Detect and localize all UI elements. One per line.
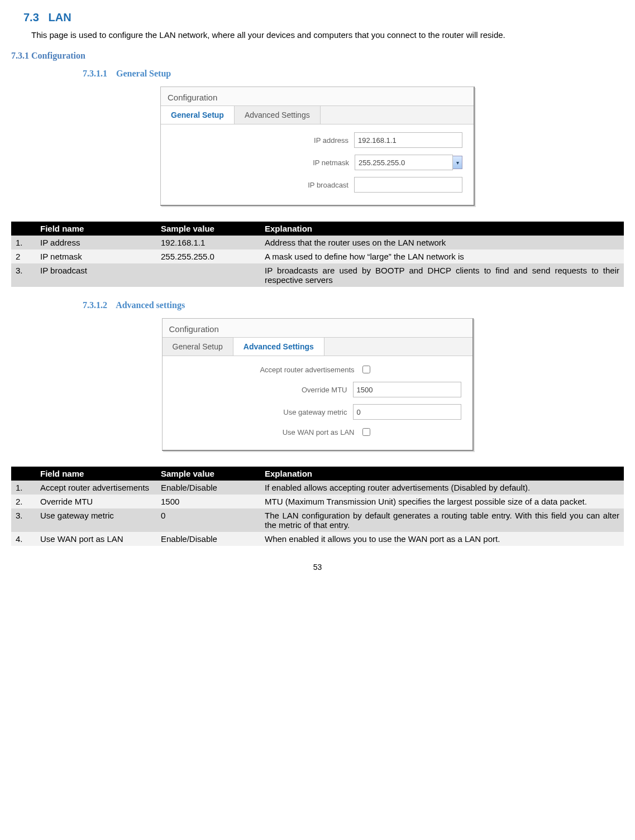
table-row: 2. Override MTU 1500 MTU (Maximum Transm… [11, 495, 624, 508]
label-ip-netmask: IP netmask [313, 159, 349, 167]
input-ip-address[interactable] [354, 132, 462, 148]
cell-name: Accept router advertisements [36, 481, 156, 495]
table-row: 4. Use WAN port as LAN Enable/Disable Wh… [11, 532, 624, 546]
heading-7-3: 7.3 LAN [23, 11, 624, 24]
table-row: 3. IP broadcast IP broadcasts are used b… [11, 263, 624, 287]
input-override-mtu[interactable] [353, 382, 461, 397]
heading-7-3-1-1: 7.3.1.1 General Setup [83, 69, 624, 79]
input-ip-broadcast[interactable] [354, 177, 462, 193]
table-row: 1. Accept router advertisements Enable/D… [11, 481, 624, 495]
cell-val: 255.255.255.0 [156, 249, 260, 263]
label-override-mtu: Override MTU [302, 386, 347, 394]
cell-val: 0 [156, 508, 260, 532]
table1-header-exp: Explanation [260, 222, 624, 236]
tab-general-setup[interactable]: General Setup [161, 106, 235, 124]
cell-val: 1500 [156, 495, 260, 508]
cell-num: 2. [11, 495, 36, 508]
label-wan-as-lan: Use WAN port as LAN [283, 428, 355, 436]
cell-num: 1. [11, 481, 36, 495]
cell-num: 2 [11, 249, 36, 263]
cell-num: 3. [11, 508, 36, 532]
cell-exp: When enabled it allows you to use the WA… [260, 532, 624, 546]
figure2-header: Configuration [163, 319, 472, 337]
cell-num: 3. [11, 263, 36, 287]
heading-7-3-num: 7.3 [23, 11, 39, 23]
cell-val [156, 263, 260, 287]
cell-num: 1. [11, 236, 36, 249]
cell-name: Override MTU [36, 495, 156, 508]
heading-7-3-title: LAN [48, 11, 71, 23]
heading-7-3-1: 7.3.1 Configuration [11, 51, 624, 61]
heading-7-3-1-2-title: Advanced settings [116, 300, 185, 310]
table1-header-val: Sample value [156, 222, 260, 236]
table-row: 2 IP netmask 255.255.255.0 A mask used t… [11, 249, 624, 263]
table-advanced-settings: Field name Sample value Explanation 1. A… [11, 467, 624, 546]
heading-7-3-1-2-num: 7.3.1.2 [83, 300, 107, 310]
heading-7-3-1-1-num: 7.3.1.1 [83, 69, 107, 78]
checkbox-wan-as-lan[interactable] [362, 428, 370, 436]
figure1-tabbar: General Setup Advanced Settings [161, 105, 474, 124]
table2-header-num [11, 467, 36, 481]
cell-exp: Address that the router uses on the LAN … [260, 236, 624, 249]
label-ip-address: IP address [314, 136, 348, 145]
cell-val: Enable/Disable [156, 481, 260, 495]
cell-name: Use WAN port as LAN [36, 532, 156, 546]
table-general-setup: Field name Sample value Explanation 1. I… [11, 222, 624, 287]
table-row: 1. IP address 192.168.1.1 Address that t… [11, 236, 624, 249]
cell-name: Use gateway metric [36, 508, 156, 532]
cell-exp: If enabled allows accepting router adver… [260, 481, 624, 495]
cell-num: 4. [11, 532, 36, 546]
figure2-tabbar: General Setup Advanced Settings [163, 337, 472, 356]
heading-7-3-1-1-title: General Setup [116, 69, 171, 78]
figure-general-setup: Configuration General Setup Advanced Set… [160, 87, 475, 206]
tab-advanced-settings[interactable]: Advanced Settings [235, 106, 321, 124]
tab-general-setup-2[interactable]: General Setup [163, 338, 233, 356]
cell-name: IP netmask [36, 249, 156, 263]
cell-val: 192.168.1.1 [156, 236, 260, 249]
cell-name: IP address [36, 236, 156, 249]
heading-7-3-1-2: 7.3.1.2 Advanced settings [83, 300, 624, 310]
table-row: 3. Use gateway metric 0 The LAN configur… [11, 508, 624, 532]
figure-advanced-settings: Configuration General Setup Advanced Set… [162, 318, 474, 451]
cell-name: IP broadcast [36, 263, 156, 287]
cell-exp: IP broadcasts are used by BOOTP and DHCP… [260, 263, 624, 287]
cell-exp: The LAN configuration by default generat… [260, 508, 624, 532]
tab-advanced-settings-2[interactable]: Advanced Settings [233, 338, 324, 356]
label-ip-broadcast: IP broadcast [308, 181, 348, 189]
figure1-header: Configuration [161, 87, 474, 105]
input-ip-netmask[interactable] [355, 155, 453, 170]
input-gateway-metric[interactable] [353, 404, 461, 420]
table2-header-name: Field name [36, 467, 156, 481]
table1-header-name: Field name [36, 222, 156, 236]
cell-exp: A mask used to define how “large” the LA… [260, 249, 624, 263]
label-gateway-metric: Use gateway metric [283, 408, 347, 416]
checkbox-accept-router-adv[interactable] [362, 366, 370, 373]
table1-header-num [11, 222, 36, 236]
intro-paragraph: This page is used to configure the LAN n… [11, 30, 624, 41]
page-number: 53 [11, 563, 624, 572]
cell-exp: MTU (Maximum Transmission Unit) specifie… [260, 495, 624, 508]
label-accept-router-adv: Accept router advertisements [260, 366, 354, 374]
table2-header-val: Sample value [156, 467, 260, 481]
dropdown-icon[interactable]: ▾ [453, 156, 462, 169]
cell-val: Enable/Disable [156, 532, 260, 546]
table2-header-exp: Explanation [260, 467, 624, 481]
